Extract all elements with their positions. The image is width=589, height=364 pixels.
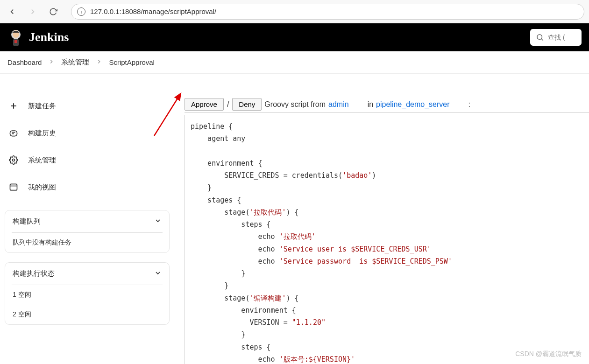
separator-slash: / <box>227 100 229 109</box>
queue-empty-text: 队列中没有构建任务 <box>12 233 163 252</box>
chevron-down-icon <box>154 269 162 278</box>
jenkins-logo-icon <box>7 28 24 47</box>
user-link[interactable]: admin <box>328 100 349 109</box>
breadcrumb: Dashboard 系统管理 ScriptApproval <box>0 51 589 74</box>
sidebar-item-new[interactable]: 新建任务 <box>4 92 174 119</box>
executor-section: 构建执行状态 1 空闲 2 空闲 <box>5 262 170 325</box>
address-bar[interactable]: i 127.0.0.1:18088/manage/scriptApproval/ <box>71 4 584 20</box>
sidebar-item-label: 构建历史 <box>28 129 56 138</box>
script-from-text: Groovy script from <box>264 100 326 109</box>
sidebar-item-history[interactable]: 构建历史 <box>4 119 174 147</box>
search-input[interactable] <box>548 34 576 41</box>
deny-button[interactable]: Deny <box>232 98 262 111</box>
plus-icon <box>8 101 19 111</box>
svg-rect-7 <box>10 184 17 190</box>
svg-point-4 <box>537 35 542 40</box>
jenkins-brand[interactable]: Jenkins <box>7 28 69 47</box>
gear-icon <box>8 155 19 165</box>
sidebar-item-label: 我的视图 <box>28 183 56 192</box>
job-link[interactable]: pipeline_demo_server <box>376 100 449 109</box>
window-icon <box>8 182 19 192</box>
section-title: 构建队列 <box>13 217 41 226</box>
url-text: 127.0.0.1:18088/manage/scriptApproval/ <box>90 7 216 15</box>
executor-row: 2 空闲 <box>12 305 163 324</box>
executor-row: 1 空闲 <box>12 285 163 305</box>
reload-button[interactable] <box>46 4 61 19</box>
search-box[interactable] <box>530 29 582 46</box>
sidebar: 新建任务 构建历史 系统管理 我的视图 构建队列 队列中没有构建任务 <box>0 74 185 364</box>
watermark: CSDN @霸道流氓气质 <box>515 350 582 358</box>
approve-button[interactable]: Approve <box>185 98 224 111</box>
svg-point-6 <box>13 159 15 161</box>
colon-text: : <box>468 100 470 109</box>
jenkins-title: Jenkins <box>29 30 69 44</box>
search-icon <box>536 33 544 42</box>
breadcrumb-item-dashboard[interactable]: Dashboard <box>3 55 46 70</box>
history-icon <box>8 128 19 138</box>
browser-chrome: i 127.0.0.1:18088/manage/scriptApproval/ <box>0 0 589 23</box>
script-code-block: pipeline { agent any environment { SERVI… <box>185 115 589 364</box>
forward-button[interactable] <box>25 4 40 19</box>
section-title: 构建执行状态 <box>13 269 55 278</box>
in-text: in <box>368 100 373 109</box>
breadcrumb-item-manage[interactable]: 系统管理 <box>57 54 94 70</box>
chevron-down-icon <box>154 217 162 226</box>
sidebar-item-manage[interactable]: 系统管理 <box>4 147 174 174</box>
executor-header[interactable]: 构建执行状态 <box>12 263 163 285</box>
chevron-right-icon <box>48 58 55 66</box>
svg-rect-3 <box>14 40 17 43</box>
info-icon: i <box>77 7 85 16</box>
content-area: Approve / Deny Groovy script from admin … <box>185 74 589 364</box>
sidebar-item-myview[interactable]: 我的视图 <box>4 174 174 201</box>
sidebar-item-label: 系统管理 <box>28 156 56 165</box>
breadcrumb-item-scriptapproval[interactable]: ScriptApproval <box>104 55 159 70</box>
approval-row: Approve / Deny Groovy script from admin … <box>185 98 589 113</box>
build-queue-header[interactable]: 构建队列 <box>12 210 163 233</box>
jenkins-header: Jenkins <box>0 23 589 51</box>
chevron-right-icon <box>96 58 102 66</box>
back-button[interactable] <box>5 4 20 19</box>
svg-rect-5 <box>10 131 17 136</box>
build-queue-section: 构建队列 队列中没有构建任务 <box>5 210 170 253</box>
sidebar-item-label: 新建任务 <box>28 102 56 111</box>
